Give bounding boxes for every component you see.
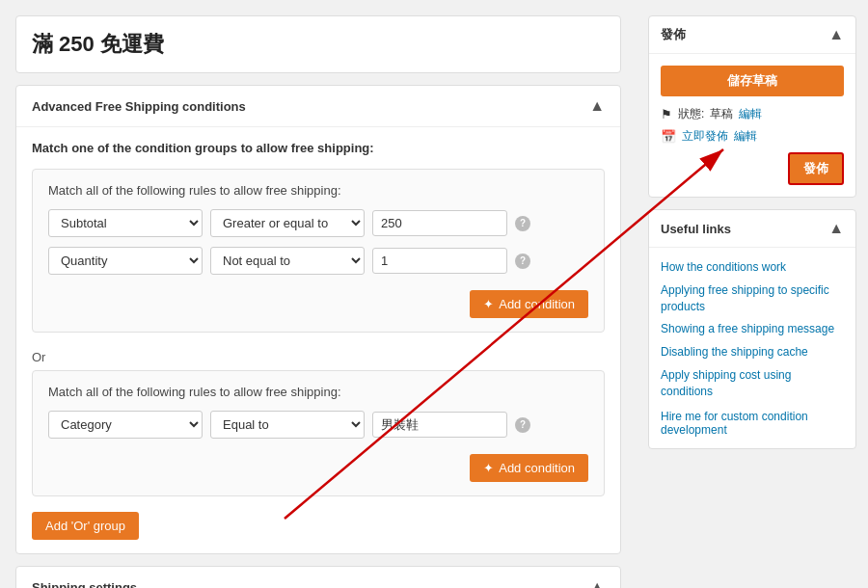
subtotal-operator-select[interactable]: Greater or equal to Less than Equal to N… <box>210 209 365 237</box>
group2-sub-label: Match all of the following rules to allo… <box>48 385 588 399</box>
page-title: 滿 250 免運費 <box>15 15 621 73</box>
publish-panel-title: 發佈 <box>661 26 686 43</box>
list-item: Disabling the shipping cache <box>661 344 844 361</box>
useful-links-title: Useful links <box>661 222 731 236</box>
publish-panel-body: 儲存草稿 ⚑ 狀態: 草稿 編輯 📅 立即發佈 編輯 發佈 <box>649 54 855 197</box>
add-condition-btn-1[interactable]: ✦ Add condition <box>470 290 588 318</box>
condition-row-category: Category Subtotal Quantity Equal to Not … <box>48 411 588 439</box>
status-edit-link[interactable]: 編輯 <box>739 106 762 122</box>
list-item: How the conditions work <box>661 259 844 276</box>
add-condition-btn-2[interactable]: ✦ Add condition <box>470 454 588 482</box>
group2-clearfix: ✦ Add condition <box>48 448 588 482</box>
add-condition-plus-2: ✦ <box>483 461 494 475</box>
condition-group-1: Match all of the following rules to allo… <box>32 169 605 333</box>
list-item: Showing a free shipping message <box>661 321 844 337</box>
conditions-panel-body: Match one of the condition groups to all… <box>16 127 620 553</box>
useful-link-4[interactable]: Disabling the shipping cache <box>661 345 808 359</box>
publish-btn[interactable]: 發佈 <box>788 152 844 185</box>
group1-sub-label: Match all of the following rules to allo… <box>48 183 588 198</box>
publish-actions-row: 發佈 <box>661 152 844 185</box>
main-content: 滿 250 免運費 Advanced Free Shipping conditi… <box>0 0 637 588</box>
condition-group-2: Match all of the following rules to allo… <box>32 370 605 496</box>
useful-link-2[interactable]: Applying free shipping to specific produ… <box>661 283 829 313</box>
useful-link-1[interactable]: How the conditions work <box>661 260 786 274</box>
useful-link-3[interactable]: Showing a free shipping message <box>661 322 834 335</box>
publish-panel-header: 發佈 ▲ <box>649 16 855 54</box>
conditions-panel-header: Advanced Free Shipping conditions ▲ <box>16 86 620 127</box>
group1-clearfix: ✦ Add condition <box>48 284 588 318</box>
list-item: Apply shipping cost using conditions <box>661 367 844 400</box>
schedule-row: 📅 立即發佈 編輯 <box>661 128 844 145</box>
shipping-settings-title: Shipping settings <box>32 580 137 589</box>
calendar-icon: 📅 <box>661 129 676 144</box>
conditions-panel-title: Advanced Free Shipping conditions <box>32 99 246 114</box>
save-draft-btn[interactable]: 儲存草稿 <box>661 66 844 96</box>
match-label: Match one of the condition groups to all… <box>32 141 605 155</box>
add-condition-label-2: Add condition <box>499 461 575 475</box>
shipping-settings-header: Shipping settings ▲ <box>16 567 620 588</box>
status-value: 草稿 <box>710 106 733 122</box>
status-row: ⚑ 狀態: 草稿 編輯 <box>661 106 844 122</box>
list-item: Applying free shipping to specific produ… <box>661 282 844 315</box>
sidebar: 發佈 ▲ 儲存草稿 ⚑ 狀態: 草稿 編輯 📅 立即發佈 編輯 發佈 <box>637 0 868 588</box>
custom-condition-link[interactable]: Hire me for custom condition development <box>661 410 808 437</box>
useful-links-list: How the conditions work Applying free sh… <box>661 259 844 400</box>
useful-link-5[interactable]: Apply shipping cost using conditions <box>661 368 791 398</box>
shipping-settings-panel: Shipping settings ▲ Shipping title <box>15 566 621 588</box>
shipping-settings-toggle[interactable]: ▲ <box>589 578 605 588</box>
condition-row-subtotal: Subtotal Quantity Category Greater or eq… <box>48 209 588 237</box>
conditions-panel-toggle[interactable]: ▲ <box>589 97 605 115</box>
quantity-info-icon[interactable]: ? <box>515 254 530 269</box>
useful-links-panel: Useful links ▲ How the conditions work A… <box>648 209 856 449</box>
useful-links-header: Useful links ▲ <box>649 210 855 248</box>
subtotal-field-select[interactable]: Subtotal Quantity Category <box>48 209 203 237</box>
publish-panel: 發佈 ▲ 儲存草稿 ⚑ 狀態: 草稿 編輯 📅 立即發佈 編輯 發佈 <box>648 15 856 198</box>
quantity-operator-select[interactable]: Not equal to Greater or equal to Less th… <box>210 247 365 275</box>
conditions-panel: Advanced Free Shipping conditions ▲ Matc… <box>15 85 621 554</box>
schedule-edit-link[interactable]: 編輯 <box>734 128 757 145</box>
schedule-label-link[interactable]: 立即發佈 <box>682 128 728 145</box>
condition-row-quantity: Quantity Subtotal Category Not equal to … <box>48 247 588 275</box>
category-field-select[interactable]: Category Subtotal Quantity <box>48 411 203 439</box>
category-operator-select[interactable]: Equal to Not equal to Greater or equal t… <box>210 411 365 439</box>
add-or-group-btn[interactable]: Add 'Or' group <box>32 512 139 540</box>
useful-links-toggle[interactable]: ▲ <box>828 220 844 237</box>
add-condition-plus-1: ✦ <box>483 297 494 311</box>
useful-links-body: How the conditions work Applying free sh… <box>649 248 855 448</box>
add-condition-label-1: Add condition <box>499 297 575 311</box>
publish-toggle[interactable]: ▲ <box>828 26 844 43</box>
subtotal-value-input[interactable] <box>372 210 507 236</box>
category-info-icon[interactable]: ? <box>515 417 530 433</box>
add-or-group-wrapper: Add 'Or' group <box>32 508 605 540</box>
subtotal-info-icon[interactable]: ? <box>515 216 530 231</box>
quantity-field-select[interactable]: Quantity Subtotal Category <box>48 247 203 275</box>
category-value-input[interactable] <box>372 412 507 438</box>
custom-link-wrapper: Hire me for custom condition development <box>661 410 844 437</box>
or-divider: Or <box>32 344 605 370</box>
flag-icon: ⚑ <box>661 107 672 121</box>
status-label: 狀態: <box>678 106 704 122</box>
quantity-value-input[interactable] <box>372 248 507 274</box>
